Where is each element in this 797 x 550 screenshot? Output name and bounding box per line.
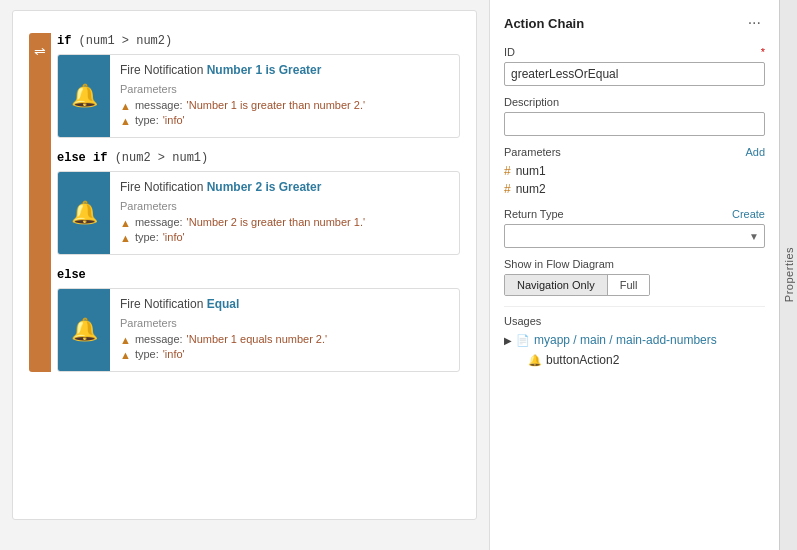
file-icon: 📄 xyxy=(516,334,530,347)
usages-section: Usages ▶ 📄 myapp / main / main-add-numbe… xyxy=(504,315,765,369)
card-label-2: Fire Notification xyxy=(120,180,207,194)
param-icon-2-1: ▲ xyxy=(120,217,131,229)
param-row-3-1: ▲ message: 'Number 1 equals number 2.' xyxy=(120,333,449,346)
param-key-1-2: type: xyxy=(135,114,159,126)
param-val-2-1: 'Number 2 is greater than number 1.' xyxy=(187,216,365,228)
id-field-label: ID* xyxy=(504,46,765,58)
param-row-2-1: ▲ message: 'Number 2 is greater than num… xyxy=(120,216,449,229)
action-card-2: 🔔 Fire Notification Number 2 is Greater … xyxy=(57,171,460,255)
param-row-1-2: ▲ type: 'info' xyxy=(120,114,449,127)
param-key-1-1: message: xyxy=(135,99,183,111)
right-panel-header: Action Chain ··· xyxy=(504,12,765,34)
param-icon-1-1: ▲ xyxy=(120,100,131,112)
create-return-type-link[interactable]: Create xyxy=(732,208,765,220)
flow-diagram: ⇌ if (num1 > num2) 🔔 Fire Notification N… xyxy=(12,10,477,520)
branch-else: else 🔔 Fire Notification Equal Parameter… xyxy=(57,267,460,372)
action-card-1: 🔔 Fire Notification Number 1 is Greater … xyxy=(57,54,460,138)
bell-icon-3: 🔔 xyxy=(71,317,98,343)
orange-sidebar-bar: ⇌ xyxy=(29,33,51,372)
usages-path: myapp / main / main-add-numbers xyxy=(534,333,717,347)
param-name-num1: num1 xyxy=(516,164,546,178)
card-sidebar-2: 🔔 xyxy=(58,172,110,254)
param-row-1-1: ▲ message: 'Number 1 is greater than num… xyxy=(120,99,449,112)
params-label-3: Parameters xyxy=(120,317,449,329)
param-val-1-1: 'Number 1 is greater than number 2.' xyxy=(187,99,365,111)
description-label-text: Description xyxy=(504,96,559,108)
more-options-button[interactable]: ··· xyxy=(744,12,765,34)
return-type-select[interactable] xyxy=(504,224,765,248)
divider xyxy=(504,306,765,307)
flow-toggle-group: Navigation Only Full xyxy=(504,274,650,296)
flow-wrapper: ⇌ if (num1 > num2) 🔔 Fire Notification N… xyxy=(29,33,460,372)
param-key-2-1: message: xyxy=(135,216,183,228)
return-type-label-text: Return Type xyxy=(504,208,564,220)
usages-child-name: buttonAction2 xyxy=(546,353,619,367)
param-icon-3-2: ▲ xyxy=(120,349,131,361)
show-in-flow-section: Show in Flow Diagram Navigation Only Ful… xyxy=(504,258,765,296)
card-label-1: Fire Notification xyxy=(120,63,207,77)
parameters-list: # num1 # num2 xyxy=(504,162,765,198)
param-icon-1-2: ▲ xyxy=(120,115,131,127)
param-key-3-1: message: xyxy=(135,333,183,345)
bell-sm-icon: 🔔 xyxy=(528,354,542,367)
toggle-navigation-only[interactable]: Navigation Only xyxy=(505,275,607,295)
param-key-3-2: type: xyxy=(135,348,159,360)
param-item-num1: # num1 xyxy=(504,162,765,180)
param-item-num2: # num2 xyxy=(504,180,765,198)
param-icon-3-1: ▲ xyxy=(120,334,131,346)
id-label-text: ID xyxy=(504,46,515,58)
usages-label: Usages xyxy=(504,315,765,327)
add-parameter-link[interactable]: Add xyxy=(745,146,765,158)
action-card-3: 🔔 Fire Notification Equal Parameters ▲ m… xyxy=(57,288,460,372)
properties-tab-label: Properties xyxy=(783,247,795,302)
card-sidebar-3: 🔔 xyxy=(58,289,110,371)
hash-icon-1: # xyxy=(504,164,511,178)
required-marker: * xyxy=(761,46,765,58)
parameters-field-label: Parameters Add xyxy=(504,146,765,158)
bell-icon-2: 🔔 xyxy=(71,200,98,226)
split-icon: ⇌ xyxy=(34,43,46,59)
card-name-3: Equal xyxy=(207,297,240,311)
hash-icon-2: # xyxy=(504,182,511,196)
param-row-3-2: ▲ type: 'info' xyxy=(120,348,449,361)
usages-tree-parent[interactable]: ▶ 📄 myapp / main / main-add-numbers xyxy=(504,331,765,349)
params-label-1: Parameters xyxy=(120,83,449,95)
toggle-full[interactable]: Full xyxy=(607,275,650,295)
usages-label-text: Usages xyxy=(504,315,541,327)
card-title-1: Fire Notification Number 1 is Greater xyxy=(120,63,449,77)
card-body-3: Fire Notification Equal Parameters ▲ mes… xyxy=(110,289,459,371)
params-label-2: Parameters xyxy=(120,200,449,212)
branch-else-if-label: else if (num2 > num1) xyxy=(57,150,460,165)
card-name-1: Number 1 is Greater xyxy=(207,63,322,77)
show-in-flow-label-text: Show in Flow Diagram xyxy=(504,258,614,270)
return-type-field-label: Return Type Create xyxy=(504,208,765,220)
branch-else-label: else xyxy=(57,267,460,282)
usages-child-1: 🔔 buttonAction2 xyxy=(504,351,765,369)
branch-if-label: if (num1 > num2) xyxy=(57,33,460,48)
bell-icon-1: 🔔 xyxy=(71,83,98,109)
branch-else-if: else if (num2 > num1) 🔔 Fire Notificatio… xyxy=(57,150,460,255)
card-label-3: Fire Notification xyxy=(120,297,207,311)
return-type-select-wrapper: ▼ xyxy=(504,224,765,248)
right-panel: Action Chain ··· ID* Description Paramet… xyxy=(489,0,779,550)
param-val-1-2: 'info' xyxy=(163,114,185,126)
return-type-row: ▼ xyxy=(504,224,765,248)
description-field-label: Description xyxy=(504,96,765,108)
card-title-2: Fire Notification Number 2 is Greater xyxy=(120,180,449,194)
card-body-1: Fire Notification Number 1 is Greater Pa… xyxy=(110,55,459,137)
description-input[interactable] xyxy=(504,112,765,136)
branch-if: if (num1 > num2) 🔔 Fire Notification Num… xyxy=(57,33,460,138)
left-panel: ⇌ if (num1 > num2) 🔔 Fire Notification N… xyxy=(0,0,489,550)
param-val-3-1: 'Number 1 equals number 2.' xyxy=(187,333,328,345)
card-body-2: Fire Notification Number 2 is Greater Pa… xyxy=(110,172,459,254)
parameters-label-text: Parameters xyxy=(504,146,561,158)
id-input[interactable] xyxy=(504,62,765,86)
card-title-3: Fire Notification Equal xyxy=(120,297,449,311)
show-in-flow-label: Show in Flow Diagram xyxy=(504,258,765,270)
properties-tab[interactable]: Properties xyxy=(779,0,797,550)
param-icon-2-2: ▲ xyxy=(120,232,131,244)
param-name-num2: num2 xyxy=(516,182,546,196)
card-sidebar-1: 🔔 xyxy=(58,55,110,137)
param-val-2-2: 'info' xyxy=(163,231,185,243)
card-name-2: Number 2 is Greater xyxy=(207,180,322,194)
